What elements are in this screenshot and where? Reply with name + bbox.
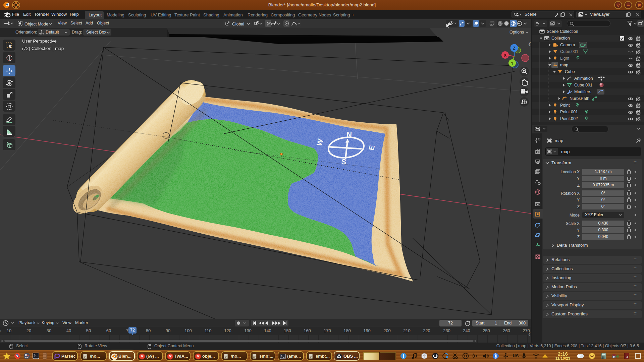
svg-text:a: a xyxy=(626,354,628,358)
svg-text:X: X xyxy=(504,53,506,58)
svg-text:Z: Z xyxy=(513,46,515,51)
svg-text:i: i xyxy=(403,354,404,359)
svg-text:Y: Y xyxy=(511,61,514,66)
